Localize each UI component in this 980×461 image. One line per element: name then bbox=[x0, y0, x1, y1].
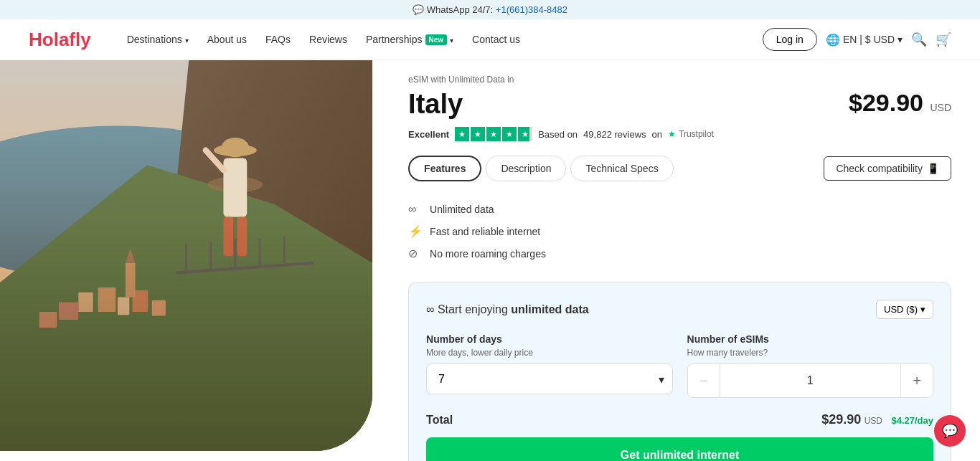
right-content: eSIM with Unlimited Data in Italy $29.90… bbox=[372, 60, 980, 461]
navigation: Holafly Destinations About us FAQs Revie… bbox=[0, 19, 980, 60]
booking-fields: Number of days More days, lower daily pr… bbox=[426, 333, 933, 398]
svg-rect-6 bbox=[118, 298, 129, 315]
whatsapp-icon: 💬 bbox=[413, 4, 424, 15]
esim-counter: − 1 + bbox=[687, 363, 933, 398]
esim-count-value: 1 bbox=[720, 364, 901, 397]
chevron-down-icon bbox=[450, 34, 453, 45]
star-rating: ★ ★ ★ ★ ★ bbox=[455, 127, 532, 141]
star-2: ★ bbox=[471, 127, 485, 141]
nav-about[interactable]: About us bbox=[200, 29, 254, 49]
product-image bbox=[0, 60, 372, 461]
login-button[interactable]: Log in bbox=[763, 28, 817, 51]
svg-rect-10 bbox=[39, 312, 57, 328]
svg-rect-8 bbox=[152, 300, 166, 316]
logo[interactable]: Holafly bbox=[29, 29, 91, 51]
product-price: $29.90 USD bbox=[849, 89, 951, 116]
esims-hint: How many travelers? bbox=[687, 348, 933, 358]
features-list: ∞ Unlimited data ⚡ Fast and reliable int… bbox=[408, 199, 951, 265]
svg-rect-18 bbox=[237, 217, 248, 257]
star-1: ★ bbox=[455, 127, 469, 141]
booking-card-header: ∞ Start enjoying unlimited data USD ($) … bbox=[426, 300, 933, 319]
nav-partnerships[interactable]: Partnerships New bbox=[359, 29, 461, 49]
days-hint: More days, lower daily price bbox=[426, 348, 672, 358]
trustpilot-star-icon: ★ bbox=[668, 129, 676, 139]
nav-actions: Log in 🌐 EN | $ USD ▾ 🔍 🛒 bbox=[763, 28, 951, 51]
chevron-down-icon: ▾ bbox=[920, 304, 925, 315]
chat-button[interactable]: 💬 bbox=[934, 415, 966, 447]
tabs-left: Features Description Technical Specs bbox=[408, 156, 674, 181]
increment-button[interactable]: + bbox=[901, 364, 933, 397]
language-selector[interactable]: 🌐 EN | $ USD ▾ bbox=[826, 33, 903, 47]
star-4: ★ bbox=[502, 127, 517, 141]
star-3: ★ bbox=[486, 127, 501, 141]
currency-label: USD bbox=[930, 102, 951, 113]
cart-icon[interactable]: 🛒 bbox=[936, 32, 951, 47]
italy-scenic-image bbox=[0, 60, 372, 451]
per-day-price: $4.27/day bbox=[891, 415, 933, 426]
svg-rect-11 bbox=[126, 263, 136, 298]
days-label: Number of days bbox=[426, 333, 672, 345]
chat-icon: 💬 bbox=[942, 423, 958, 439]
tab-technical-specs[interactable]: Technical Specs bbox=[570, 156, 673, 181]
total-row: Total $29.90 USD $4.27/day bbox=[426, 412, 933, 427]
svg-rect-9 bbox=[59, 302, 78, 320]
infinity-icon: ∞ bbox=[408, 203, 423, 216]
nav-reviews[interactable]: Reviews bbox=[302, 29, 354, 49]
booking-title: ∞ Start enjoying unlimited data bbox=[426, 303, 589, 316]
device-check-icon: 📱 bbox=[927, 163, 939, 174]
rating-label: Excellent bbox=[408, 129, 449, 140]
nav-contact[interactable]: Contact us bbox=[465, 29, 527, 49]
get-internet-button[interactable]: Get unlimited internet bbox=[426, 437, 933, 461]
trustpilot-label: ★ Trustpilot bbox=[668, 129, 714, 139]
decrement-button[interactable]: − bbox=[688, 364, 720, 397]
esim-label: eSIM with Unlimited Data in bbox=[408, 75, 951, 85]
chevron-down-icon bbox=[185, 34, 189, 45]
svg-marker-12 bbox=[126, 248, 136, 262]
top-banner: 💬 WhatsApp 24/7: +1(661)384-8482 bbox=[0, 0, 980, 19]
nav-destinations[interactable]: Destinations bbox=[120, 29, 196, 49]
esims-field-group: Number of eSIMs How many travelers? − 1 … bbox=[687, 333, 933, 398]
chevron-down-icon: ▾ bbox=[897, 34, 903, 45]
based-on-text: Based on bbox=[538, 129, 578, 140]
tab-description[interactable]: Description bbox=[486, 156, 566, 181]
esims-label: Number of eSIMs bbox=[687, 333, 933, 345]
star-5: ★ bbox=[518, 127, 532, 141]
days-select-wrapper: 1 2 3 4 5 6 7 10 14 20 30 60 90 bbox=[426, 363, 672, 394]
product-title: Italy bbox=[408, 89, 463, 120]
flag-icon: 🌐 bbox=[826, 33, 840, 47]
svg-rect-26 bbox=[0, 60, 372, 451]
total-price-display: $29.90 USD $4.27/day bbox=[821, 412, 933, 427]
review-count-link[interactable]: 49,822 reviews bbox=[583, 129, 646, 140]
svg-line-20 bbox=[176, 263, 314, 273]
search-icon[interactable]: 🔍 bbox=[911, 32, 927, 47]
svg-rect-5 bbox=[98, 287, 116, 312]
main-content: eSIM with Unlimited Data in Italy $29.90… bbox=[0, 60, 980, 461]
phone-link[interactable]: +1(661)384-8482 bbox=[496, 4, 567, 15]
lightning-icon: ⚡ bbox=[408, 224, 423, 238]
feature-unlimited-data: ∞ Unlimited data bbox=[408, 199, 951, 220]
banner-text: WhatsApp 24/7: bbox=[427, 4, 494, 15]
on-text: on bbox=[652, 129, 662, 140]
tab-features[interactable]: Features bbox=[408, 156, 481, 181]
currency-selector[interactable]: USD ($) ▾ bbox=[876, 300, 933, 319]
svg-rect-7 bbox=[132, 290, 148, 312]
nav-faqs[interactable]: FAQs bbox=[258, 29, 298, 49]
check-compatibility-button[interactable]: Check compatibility 📱 bbox=[824, 156, 951, 181]
days-field-group: Number of days More days, lower daily pr… bbox=[426, 333, 672, 398]
no-roaming-icon: ⊘ bbox=[408, 247, 423, 260]
new-badge: New bbox=[425, 34, 448, 45]
price-display: $29.90 USD bbox=[849, 89, 951, 117]
product-header: Italy $29.90 USD bbox=[408, 89, 951, 120]
booking-card: ∞ Start enjoying unlimited data USD ($) … bbox=[408, 282, 951, 461]
days-select[interactable]: 1 2 3 4 5 6 7 10 14 20 30 60 90 bbox=[426, 363, 672, 394]
total-price: $29.90 bbox=[821, 412, 861, 427]
total-currency: USD bbox=[864, 416, 882, 426]
feature-no-roaming: ⊘ No more roaming charges bbox=[408, 242, 951, 265]
svg-rect-17 bbox=[223, 217, 233, 257]
reviews-row: Excellent ★ ★ ★ ★ ★ Based on 49,822 revi… bbox=[408, 127, 951, 141]
svg-rect-4 bbox=[78, 293, 93, 312]
nav-links: Destinations About us FAQs Reviews Partn… bbox=[120, 29, 763, 49]
tabs-row: Features Description Technical Specs Che… bbox=[408, 156, 951, 181]
total-label: Total bbox=[426, 414, 453, 427]
language-label: EN | $ USD bbox=[843, 34, 895, 45]
